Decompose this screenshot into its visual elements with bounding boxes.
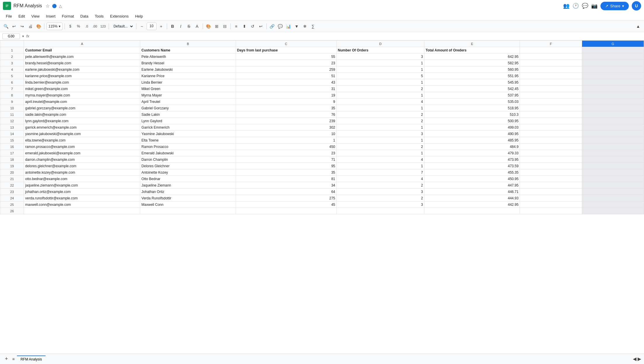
cell-g[interactable] (582, 201, 644, 208)
undo-icon[interactable]: ↩ (11, 23, 18, 30)
cell-days[interactable]: 35 (236, 169, 336, 176)
menu-extensions[interactable]: Extensions (107, 13, 132, 20)
col-d-header-cell[interactable]: Number Of Orders (336, 47, 424, 54)
cell-g[interactable] (582, 92, 644, 99)
cell-amount[interactable]: 582.95 (424, 60, 520, 66)
cell-g[interactable] (582, 189, 644, 195)
comment-icon[interactable]: 💬 (582, 3, 588, 9)
collapse-toolbar-icon[interactable]: ▲ (635, 23, 642, 30)
cell-g[interactable] (582, 54, 644, 60)
cell-orders[interactable]: 4 (336, 156, 424, 163)
cell-orders[interactable]: 7 (336, 169, 424, 176)
cell-orders[interactable]: 3 (336, 189, 424, 195)
cell-orders[interactable]: 1 (336, 60, 424, 66)
star-icon[interactable]: ☆ (46, 3, 50, 9)
chart-icon[interactable]: 📊 (285, 23, 292, 30)
row-num-4[interactable]: 4 (0, 66, 24, 73)
increase-decimal-icon[interactable]: .00 (91, 23, 98, 30)
cell-days[interactable] (236, 208, 336, 214)
cell-f[interactable] (520, 99, 582, 105)
comment-icon-tb[interactable]: 💬 (277, 23, 284, 30)
cell-f[interactable] (520, 73, 582, 79)
cell-amount[interactable]: 535.03 (424, 99, 520, 105)
cell-name[interactable]: Johathan Ortiz (140, 189, 236, 195)
cell-email[interactable]: gabriel.gorczany@example.com (24, 105, 140, 111)
cell-g[interactable] (582, 176, 644, 182)
col-header-b[interactable]: B (140, 41, 236, 47)
row-num-13[interactable]: 13 (0, 124, 24, 131)
cell-days[interactable]: 275 (236, 195, 336, 201)
search-icon[interactable]: 🔍 (2, 23, 9, 30)
cell-f[interactable] (520, 137, 582, 144)
cell-days[interactable]: 259 (236, 66, 336, 73)
cell-email[interactable]: darron.champlin@example.com (24, 156, 140, 163)
decrease-font-icon[interactable]: − (138, 23, 145, 30)
cell-g[interactable] (582, 79, 644, 86)
merge-cells-icon[interactable]: ⊟ (221, 23, 228, 30)
menu-view[interactable]: View (28, 13, 42, 20)
cell-days[interactable]: 55 (236, 54, 336, 60)
cell-days[interactable]: 19 (236, 92, 336, 99)
cell-amount[interactable]: 442.95 (424, 201, 520, 208)
cell-name[interactable]: Mikel Green (140, 86, 236, 92)
cell-g[interactable] (582, 60, 644, 66)
freeze-icon[interactable]: ❄ (301, 23, 308, 30)
cell-reference-input[interactable]: G30 (2, 33, 20, 39)
cell-days[interactable]: 64 (236, 189, 336, 195)
cell-days[interactable]: 450 (236, 144, 336, 150)
cell-amount[interactable]: 473.95 (424, 156, 520, 163)
cell-amount[interactable]: 500.95 (424, 118, 520, 124)
row-num-7[interactable]: 7 (0, 86, 24, 92)
cell-orders[interactable]: 4 (336, 176, 424, 182)
drive-icon[interactable]: △ (59, 4, 62, 8)
print-icon[interactable]: 🖨 (27, 23, 34, 30)
cell-g[interactable] (582, 163, 644, 169)
cell-name[interactable]: Karianne Price (140, 73, 236, 79)
cell-f[interactable] (520, 189, 582, 195)
cell-amount[interactable]: 545.95 (424, 79, 520, 86)
cell-amount[interactable]: 542.45 (424, 86, 520, 92)
row-num-20[interactable]: 20 (0, 169, 24, 176)
cell-f[interactable] (520, 86, 582, 92)
redo-icon[interactable]: ↪ (19, 23, 26, 30)
cell-f[interactable] (520, 208, 582, 214)
col-g-1[interactable] (582, 47, 644, 54)
cell-orders[interactable]: 3 (336, 131, 424, 137)
cell-name[interactable]: Myrna Mayer (140, 92, 236, 99)
row-num-26[interactable]: 26 (0, 208, 24, 214)
decrease-decimal-icon[interactable]: .0 (83, 23, 90, 30)
menu-format[interactable]: Format (59, 13, 77, 20)
cell-email[interactable]: pete.altenwerth@example.com (24, 54, 140, 60)
cell-orders[interactable]: 4 (336, 99, 424, 105)
cell-email[interactable]: jaqueline.ziemann@example.com (24, 182, 140, 189)
cell-orders[interactable]: 3 (336, 54, 424, 60)
cell-name[interactable]: Jaqueline Ziemann (140, 182, 236, 189)
cell-orders[interactable]: 1 (336, 105, 424, 111)
share-button[interactable]: ↗ Share ▾ (600, 2, 629, 10)
cell-days[interactable]: 31 (236, 86, 336, 92)
cell-g[interactable] (582, 66, 644, 73)
cell-orders[interactable]: 2 (336, 195, 424, 201)
cell-name[interactable]: Linda Bernier (140, 79, 236, 86)
cell-orders[interactable]: 2 (336, 111, 424, 118)
cell-f[interactable] (520, 156, 582, 163)
cell-email[interactable]: mikel.green@example.com (24, 86, 140, 92)
row-num-23[interactable]: 23 (0, 189, 24, 195)
cell-days[interactable]: 43 (236, 79, 336, 86)
row-num-3[interactable]: 3 (0, 60, 24, 66)
cell-orders[interactable]: 2 (336, 118, 424, 124)
cell-email[interactable]: garrick.emmerich@example.com (24, 124, 140, 131)
row-num-1[interactable]: 1 (0, 47, 24, 54)
row-num-24[interactable]: 24 (0, 195, 24, 201)
col-header-c[interactable]: C (236, 41, 336, 47)
currency-icon[interactable]: $ (67, 23, 74, 30)
font-select[interactable]: Default... (111, 23, 134, 30)
row-num-2[interactable]: 2 (0, 54, 24, 60)
cell-orders[interactable]: 3 (336, 201, 424, 208)
cell-g[interactable] (582, 86, 644, 92)
cell-orders[interactable]: 1 (336, 150, 424, 156)
cell-name[interactable]: Otto Bednar (140, 176, 236, 182)
row-num-12[interactable]: 12 (0, 118, 24, 124)
cell-name[interactable]: Darron Champlin (140, 156, 236, 163)
col-header-g[interactable]: G (582, 41, 644, 47)
